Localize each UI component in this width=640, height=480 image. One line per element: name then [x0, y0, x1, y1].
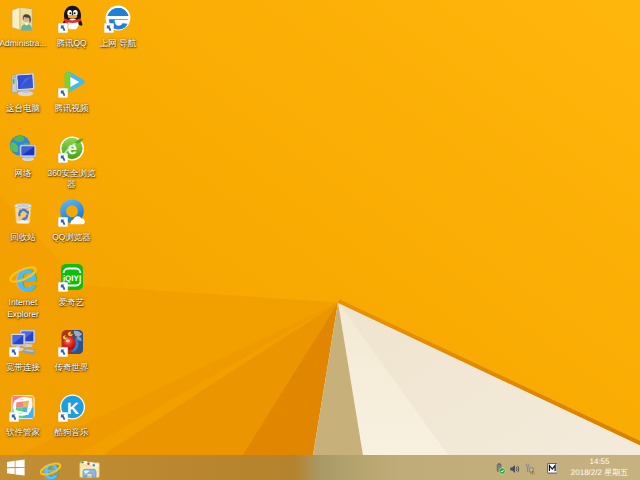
svg-text:K: K [67, 399, 79, 417]
